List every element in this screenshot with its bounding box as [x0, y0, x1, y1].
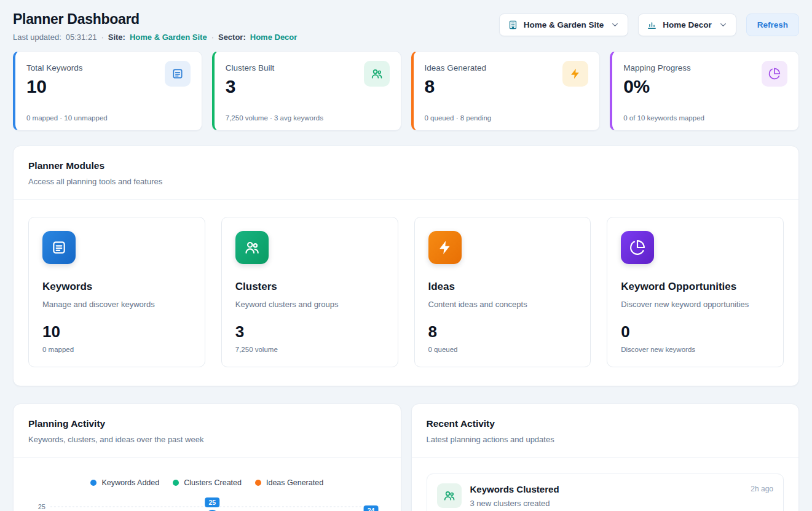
- module-card-clusters[interactable]: Clusters Keyword clusters and groups 3 7…: [221, 217, 398, 367]
- users-icon: [235, 231, 269, 264]
- module-detail: 7,250 volume: [235, 346, 384, 353]
- stat-value: 8: [425, 76, 487, 97]
- stat-top: Clusters Built 3: [226, 61, 390, 97]
- stat-card-mapping-progress: Mapping Progress 0% 0 of 10 keywords map…: [610, 51, 799, 131]
- site-selector[interactable]: Home & Garden Site: [499, 14, 629, 36]
- topbar-left: Planner Dashboard Last updated: 05:31:21…: [13, 11, 297, 42]
- recent-item-description: 3 new clusters created: [470, 499, 559, 508]
- building-icon: [508, 20, 518, 30]
- module-title: Keyword Opportunities: [621, 281, 770, 293]
- document-icon: [165, 61, 191, 87]
- lightning-icon: [428, 231, 462, 264]
- module-value: 10: [42, 322, 191, 341]
- module-description: Content ideas and concepts: [428, 300, 577, 309]
- module-value: 3: [235, 322, 384, 341]
- chart-legend: Keywords Added Clusters Created Ideas Ge…: [14, 478, 401, 487]
- stat-detail: 0 queued · 8 pending: [425, 114, 589, 122]
- legend-label: Ideas Generated: [266, 478, 323, 487]
- planning-activity-title: Planning Activity: [28, 418, 386, 429]
- topbar: Planner Dashboard Last updated: 05:31:21…: [13, 11, 799, 42]
- legend-label: Keywords Added: [101, 478, 159, 487]
- planning-activity-header: Planning Activity Keywords, clusters, an…: [14, 404, 401, 458]
- module-description: Manage and discover keywords: [42, 300, 191, 309]
- module-detail: 0 mapped: [42, 346, 191, 353]
- stat-texts: Clusters Built 3: [226, 61, 275, 97]
- recent-item-texts: Keywords Clustered 3 new clusters create…: [470, 483, 559, 508]
- chevron-down-icon: [719, 20, 728, 29]
- site-selector-value: Home & Garden Site: [524, 20, 604, 29]
- recent-item-timestamp: 2h ago: [751, 483, 773, 493]
- stat-label: Total Keywords: [26, 61, 83, 72]
- module-description: Discover new keyword opportunities: [621, 300, 770, 309]
- recent-activity-card: Recent Activity Latest planning actions …: [411, 404, 800, 511]
- module-detail: Discover new keywords: [621, 346, 770, 353]
- legend-dot: [173, 480, 179, 486]
- stat-detail: 0 mapped · 10 unmapped: [26, 114, 191, 122]
- chevron-down-icon: [610, 20, 620, 29]
- planner-dashboard-page: Planner Dashboard Last updated: 05:31:21…: [0, 0, 812, 511]
- legend-item-ideas-generated[interactable]: Ideas Generated: [255, 478, 323, 487]
- recent-activity-list: Keywords Clustered 3 new clusters create…: [412, 458, 799, 511]
- module-description: Keyword clusters and groups: [235, 300, 384, 309]
- stat-label: Mapping Progress: [623, 61, 691, 72]
- line-chart: 25 25 24: [28, 492, 386, 511]
- stat-label: Clusters Built: [226, 61, 275, 72]
- stat-value: 10: [26, 76, 83, 97]
- recent-activity-header: Recent Activity Latest planning actions …: [412, 404, 799, 458]
- module-title: Keywords: [42, 281, 191, 293]
- activity-chart: 25 25 24: [14, 487, 401, 511]
- module-value: 0: [621, 322, 770, 341]
- legend-label: Clusters Created: [184, 478, 242, 487]
- modules-grid: Keywords Manage and discover keywords 10…: [14, 200, 798, 386]
- recent-activity-item[interactable]: Keywords Clustered 3 new clusters create…: [427, 474, 784, 511]
- planner-modules-header: Planner Modules Access all planning tool…: [14, 146, 798, 200]
- site-label: Site:: [108, 33, 125, 42]
- last-updated-label: Last updated:: [13, 33, 61, 42]
- users-icon: [437, 483, 462, 508]
- recent-item-title: Keywords Clustered: [470, 483, 559, 494]
- stats-row: Total Keywords 10 0 mapped · 10 unmapped…: [13, 51, 799, 131]
- stat-top: Total Keywords 10: [26, 61, 191, 97]
- stat-value: 0%: [623, 76, 691, 97]
- legend-item-keywords-added[interactable]: Keywords Added: [90, 478, 159, 487]
- module-title: Ideas: [428, 281, 577, 293]
- stat-texts: Ideas Generated 8: [425, 61, 487, 97]
- point-label: 24: [368, 507, 375, 511]
- stat-top: Ideas Generated 8: [425, 61, 589, 97]
- document-icon: [42, 231, 76, 264]
- stat-card-clusters-built: Clusters Built 3 7,250 volume · 3 avg ke…: [212, 51, 401, 131]
- page-title: Planner Dashboard: [13, 11, 297, 28]
- planner-modules-subtitle: Access all planning tools and features: [28, 177, 784, 186]
- stat-label: Ideas Generated: [425, 61, 487, 72]
- site-link[interactable]: Home & Garden Site: [130, 33, 207, 42]
- sector-link[interactable]: Home Decor: [250, 33, 298, 42]
- module-card-ideas[interactable]: Ideas Content ideas and concepts 8 0 que…: [414, 217, 591, 367]
- planner-modules-card: Planner Modules Access all planning tool…: [13, 146, 799, 386]
- refresh-button[interactable]: Refresh: [746, 14, 799, 36]
- stat-texts: Mapping Progress 0%: [623, 61, 691, 97]
- bar-chart-icon: [647, 20, 657, 30]
- legend-dot: [90, 480, 97, 486]
- stat-value: 3: [226, 76, 275, 97]
- module-card-keywords[interactable]: Keywords Manage and discover keywords 10…: [28, 217, 205, 367]
- sector-selector[interactable]: Home Decor: [638, 14, 736, 36]
- bottom-row: Planning Activity Keywords, clusters, an…: [13, 404, 799, 511]
- stat-detail: 7,250 volume · 3 avg keywords: [226, 114, 390, 122]
- lightning-icon: [562, 61, 588, 87]
- planning-activity-card: Planning Activity Keywords, clusters, an…: [13, 404, 401, 511]
- stat-card-ideas-generated: Ideas Generated 8 0 queued · 8 pending: [411, 51, 601, 131]
- pie-chart-icon: [762, 61, 787, 87]
- stat-detail: 0 of 10 keywords mapped: [623, 114, 787, 122]
- sector-label: Sector:: [218, 33, 246, 42]
- pie-chart-icon: [621, 231, 654, 264]
- module-card-keyword-opportunities[interactable]: Keyword Opportunities Discover new keywo…: [607, 217, 784, 367]
- meta-separator: ·: [211, 33, 214, 42]
- legend-dot: [255, 480, 261, 486]
- recent-activity-subtitle: Latest planning actions and updates: [427, 435, 784, 444]
- y-axis-tick: 25: [38, 503, 45, 510]
- meta-separator: ·: [101, 33, 103, 42]
- point-label: 25: [208, 499, 216, 506]
- stat-top: Mapping Progress 0%: [623, 61, 787, 97]
- planner-modules-title: Planner Modules: [28, 160, 784, 171]
- legend-item-clusters-created[interactable]: Clusters Created: [173, 478, 242, 487]
